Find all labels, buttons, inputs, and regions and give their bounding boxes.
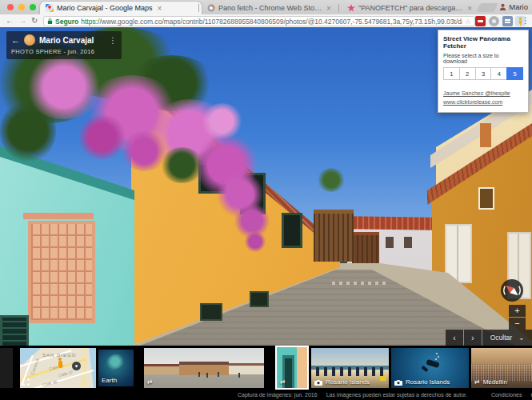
size-button-4[interactable]: 4 [490, 67, 507, 80]
hide-label: Ocultar [490, 334, 512, 342]
tab-close-icon[interactable]: × [158, 4, 162, 13]
earth-thumbnail[interactable]: Earth [98, 350, 134, 386]
zoom-controls: + − [509, 305, 526, 330]
tab-panofetch[interactable]: "PANOFETCH" para descarga… × [342, 2, 479, 14]
rosario-people-thumbnail[interactable]: Rosario Islands [311, 348, 389, 388]
google-maps-icon [46, 4, 54, 12]
green-window [282, 213, 302, 248]
url-text: https://www.google.com.co/maps/contrib/1… [81, 18, 462, 26]
website-link[interactable]: www.clicktorelease.com [443, 98, 523, 107]
popup-title: Street View Panorama Fetcher [443, 35, 523, 50]
avatar [24, 34, 35, 46]
profile-icon [499, 3, 506, 10]
yellow-sign [380, 376, 386, 381]
rosario-diver-thumbnail[interactable]: Rosario Islands [391, 348, 469, 388]
size-button-2[interactable]: 2 [459, 67, 476, 80]
rights-notice: Las imágenes pueden estar sujetas a dere… [326, 392, 467, 398]
minimap-thumbnail[interactable]: SAN DIEGO Carrera 5 Calle 39 Calle 37 Ca… [20, 348, 96, 388]
plaza-thumbnail[interactable]: ⇄ [144, 348, 264, 388]
plaza-building [144, 364, 179, 374]
author-name[interactable]: Mario Carvajal [39, 36, 105, 45]
next-button[interactable]: › [464, 330, 482, 346]
webstore-icon [207, 4, 215, 12]
tab-pano-fetch[interactable]: Pano fetch - Chrome Web Sto… × [202, 2, 342, 14]
bougainvillea-blob [200, 103, 244, 139]
prev-button[interactable]: ‹ [446, 330, 463, 346]
medellin-thumbnail[interactable]: ⇄ Medellín [471, 348, 532, 388]
forward-icon[interactable]: → [18, 15, 26, 26]
size-button-3[interactable]: 3 [475, 67, 492, 80]
distant-window [386, 237, 394, 248]
right-window [478, 187, 494, 210]
small-corner-window [0, 315, 29, 346]
thumbnail-strip: SAN DIEGO Carrera 5 Calle 39 Calle 37 Ca… [0, 346, 532, 390]
peach-window-grille [28, 221, 95, 323]
security-label: Seguro [55, 18, 78, 26]
terms-link[interactable]: Condiciones [491, 392, 522, 398]
thumbnail-label: Rosario Islands [326, 378, 370, 386]
zoom-out-button[interactable]: − [509, 318, 526, 330]
base-vent [200, 303, 222, 321]
reload-icon[interactable]: ↻ [31, 15, 38, 26]
pedestrian [206, 373, 208, 378]
street-view-panorama[interactable]: ← Mario Carvajal ⋮ PHOTO SPHERE - jun. 2… [0, 27, 532, 346]
camera-icon [314, 379, 322, 386]
extension-grey-icon[interactable] [489, 16, 499, 26]
tab-separator [338, 4, 339, 12]
compass-control[interactable] [501, 279, 523, 302]
pedestrian [198, 372, 200, 377]
browser-menu-icon[interactable]: ⋮ [522, 16, 530, 25]
carousel-controls: ‹ › Ocultar ⌄ [446, 330, 532, 346]
attribution-bar: Captura de imágenes: jun. 2016 Las imáge… [0, 390, 532, 400]
camera-icon [394, 379, 402, 386]
bubble [438, 356, 439, 358]
bookmark-star-icon[interactable]: ☆ [465, 18, 471, 26]
bubble [436, 353, 438, 354]
thumbnail-label: Rosario Islands [406, 378, 450, 386]
extension-blue-icon[interactable] [502, 16, 513, 26]
profile-chip[interactable]: Mario [499, 2, 528, 11]
new-tab-button[interactable] [476, 3, 498, 12]
tab-google-maps[interactable]: Mario Carvajal - Google Maps × [40, 2, 202, 14]
panofetch-icon [347, 4, 355, 12]
pegman-marker[interactable] [57, 358, 63, 369]
address-bar[interactable]: Seguro https://www.google.com.co/maps/co… [43, 16, 475, 26]
tab-close-icon[interactable]: × [467, 4, 472, 13]
tab-title: "PANOFETCH" para descarga… [358, 4, 462, 12]
back-icon[interactable]: ← [6, 15, 14, 26]
tab-title: Pano fetch - Chrome Web Sto… [218, 4, 322, 12]
earth-clouds [102, 350, 127, 372]
overflow-menu-icon[interactable]: ⋮ [109, 36, 117, 45]
capture-date: Captura de imágenes: jun. 2016 [238, 392, 318, 398]
pedestrian [238, 373, 240, 378]
browser-toolbar: ← → ↻ Seguro https://www.google.com.co/m… [0, 14, 532, 28]
size-selector: 1 2 3 4 5 [443, 67, 523, 80]
bubble [435, 358, 437, 360]
minimize-window-button[interactable] [18, 4, 25, 10]
size-button-1[interactable]: 1 [443, 67, 460, 80]
tab-close-icon[interactable]: × [326, 4, 331, 13]
diver-fin [422, 366, 429, 372]
sunlit-wall [297, 347, 307, 390]
map-shore [81, 348, 86, 388]
photo-meta: PHOTO SPHERE - jun. 2016 [11, 48, 117, 55]
current-pano-thumbnail[interactable]: ⇄ [275, 346, 309, 390]
popup-prompt: Please select a size to download [443, 53, 523, 64]
palm-tree [317, 168, 346, 192]
hide-button[interactable]: Ocultar ⌄ [482, 330, 532, 346]
map-circle-button[interactable] [72, 362, 81, 370]
back-arrow-icon[interactable]: ← [11, 35, 20, 45]
plaza-building [229, 363, 264, 374]
distant-window [404, 237, 412, 248]
extension-red-icon[interactable] [475, 16, 486, 26]
zoom-in-button[interactable]: + [509, 305, 526, 317]
close-window-button[interactable] [7, 4, 14, 10]
partial-thumbnail[interactable] [0, 348, 13, 388]
panorama-fetcher-popup: Street View Panorama Fetcher Please sele… [438, 30, 529, 113]
credit-link[interactable]: Jaume Sanchez @thespite [443, 90, 523, 98]
pano-arrows-icon: ⇄ [280, 378, 286, 386]
fullscreen-icon[interactable] [22, 378, 30, 386]
fullscreen-window-button[interactable] [30, 4, 36, 10]
size-button-5[interactable]: 5 [506, 67, 523, 80]
wooden-balcony [314, 210, 354, 262]
